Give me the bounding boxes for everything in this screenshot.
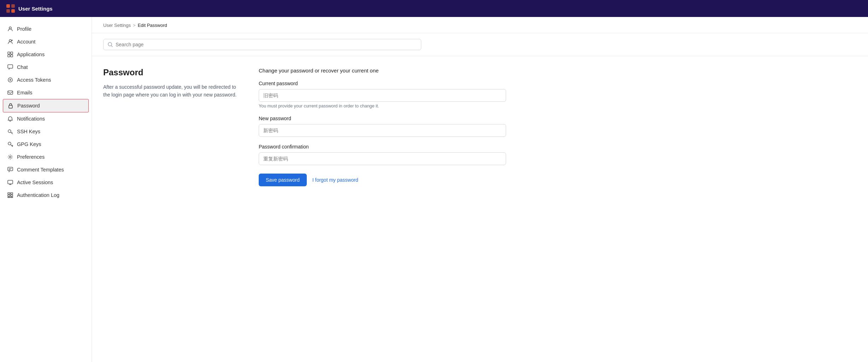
confirm-password-input[interactable] — [259, 152, 506, 165]
comment-templates-icon — [7, 167, 13, 173]
svg-rect-8 — [8, 52, 10, 54]
chat-icon — [7, 64, 13, 70]
search-bar-container — [92, 33, 868, 56]
prefs-icon — [7, 154, 13, 160]
token-icon — [7, 77, 13, 83]
svg-point-5 — [9, 40, 11, 42]
sidebar-label-comment-templates: Comment Templates — [17, 167, 64, 173]
svg-rect-2 — [6, 9, 10, 13]
grid-icon — [7, 192, 13, 198]
sidebar-item-active-sessions[interactable]: Active Sessions — [0, 176, 92, 189]
svg-rect-15 — [9, 105, 12, 108]
sidebar-item-profile[interactable]: Profile — [0, 23, 92, 35]
save-password-button[interactable]: Save password — [259, 174, 307, 186]
monitor-icon — [7, 179, 13, 186]
svg-rect-27 — [8, 197, 10, 198]
sidebar-label-active-sessions: Active Sessions — [17, 180, 53, 185]
email-icon — [7, 89, 13, 96]
search-input[interactable] — [116, 42, 417, 47]
breadcrumb-bar: User Settings > Edit Password — [92, 17, 868, 33]
svg-rect-24 — [11, 193, 13, 194]
sidebar-item-access-tokens[interactable]: Access Tokens — [0, 74, 92, 86]
svg-rect-26 — [11, 195, 13, 196]
svg-point-18 — [10, 156, 11, 158]
search-icon — [108, 42, 113, 47]
svg-rect-10 — [8, 55, 10, 57]
svg-rect-0 — [6, 4, 10, 8]
logo-icon — [6, 4, 16, 13]
svg-point-4 — [9, 27, 11, 29]
new-password-group: New password — [259, 116, 506, 137]
person-icon — [7, 26, 13, 32]
breadcrumb-current: Edit Password — [138, 23, 167, 28]
svg-point-16 — [8, 130, 11, 133]
sidebar-item-account[interactable]: Account — [0, 35, 92, 48]
new-password-label: New password — [259, 116, 506, 121]
new-password-input[interactable] — [259, 124, 506, 137]
sidebar-label-preferences: Preferences — [17, 154, 45, 160]
apps-icon — [7, 51, 13, 58]
sidebar-label-applications: Applications — [17, 52, 45, 57]
svg-rect-14 — [8, 91, 13, 94]
topbar-logo: User Settings — [6, 4, 53, 13]
svg-rect-19 — [8, 167, 13, 171]
confirm-password-label: Password confirmation — [259, 144, 506, 150]
sidebar-label-notifications: Notifications — [17, 116, 45, 122]
current-password-input[interactable] — [259, 89, 506, 102]
sidebar-label-account: Account — [17, 39, 35, 45]
svg-point-17 — [8, 142, 11, 145]
svg-rect-22 — [8, 180, 13, 184]
current-password-hint: You must provide your current password i… — [259, 104, 506, 109]
section-desc: After a successful password update, you … — [103, 83, 237, 99]
current-password-label: Current password — [259, 81, 506, 86]
sidebar-item-password[interactable]: Password — [3, 99, 89, 112]
topbar-title: User Settings — [18, 6, 53, 12]
search-bar — [103, 39, 421, 50]
gpg-key-icon — [7, 141, 13, 147]
sidebar: Profile Account Applications Chat — [0, 17, 92, 362]
sidebar-label-access-tokens: Access Tokens — [17, 77, 51, 83]
main-content: User Settings > Edit Password Password A… — [92, 17, 868, 362]
sidebar-label-emails: Emails — [17, 90, 33, 95]
sidebar-label-gpg-keys: GPG Keys — [17, 141, 41, 147]
account-icon — [7, 39, 13, 45]
form-actions: Save password I forgot my password — [259, 174, 506, 186]
right-panel: Change your password or recover your cur… — [259, 68, 506, 186]
svg-rect-23 — [8, 193, 10, 194]
lock-icon — [7, 103, 14, 109]
breadcrumb-parent[interactable]: User Settings — [103, 23, 131, 28]
confirm-password-group: Password confirmation — [259, 144, 506, 165]
svg-rect-1 — [11, 4, 15, 8]
svg-rect-25 — [8, 195, 10, 196]
sidebar-item-comment-templates[interactable]: Comment Templates — [0, 163, 92, 176]
sidebar-item-chat[interactable]: Chat — [0, 61, 92, 74]
sidebar-item-notifications[interactable]: Notifications — [0, 112, 92, 125]
sidebar-label-chat: Chat — [17, 64, 28, 70]
sidebar-item-ssh-keys[interactable]: SSH Keys — [0, 125, 92, 138]
svg-rect-9 — [11, 52, 13, 54]
svg-rect-3 — [11, 9, 15, 13]
bell-icon — [7, 116, 13, 122]
sidebar-label-ssh-keys: SSH Keys — [17, 129, 40, 134]
sidebar-item-emails[interactable]: Emails — [0, 86, 92, 99]
left-panel: Password After a successful password upd… — [103, 68, 237, 186]
forgot-password-link[interactable]: I forgot my password — [312, 177, 358, 183]
key-icon — [7, 128, 13, 135]
content-area: Password After a successful password upd… — [92, 56, 868, 198]
sidebar-item-authentication-log[interactable]: Authentication Log — [0, 189, 92, 202]
layout: Profile Account Applications Chat — [0, 17, 868, 362]
sidebar-label-authentication-log: Authentication Log — [17, 192, 59, 198]
change-desc: Change your password or recover your cur… — [259, 68, 506, 74]
sidebar-item-preferences[interactable]: Preferences — [0, 151, 92, 163]
svg-rect-28 — [11, 197, 13, 198]
sidebar-item-applications[interactable]: Applications — [0, 48, 92, 61]
sidebar-label-profile: Profile — [17, 26, 31, 32]
current-password-group: Current password You must provide your c… — [259, 81, 506, 109]
sidebar-label-password: Password — [17, 103, 40, 109]
topbar: User Settings — [0, 0, 868, 17]
section-title: Password — [103, 68, 237, 77]
sidebar-item-gpg-keys[interactable]: GPG Keys — [0, 138, 92, 151]
svg-rect-11 — [11, 55, 13, 57]
breadcrumb: User Settings > Edit Password — [103, 23, 857, 28]
breadcrumb-separator: > — [133, 23, 136, 28]
